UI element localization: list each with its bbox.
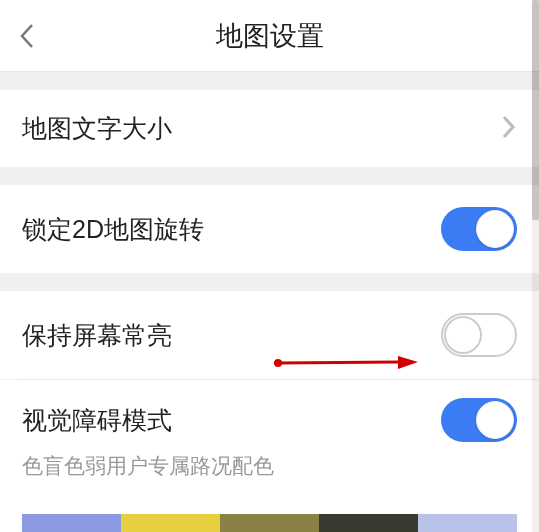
toggle-lock-2d[interactable]	[441, 207, 517, 251]
toggle-knob	[476, 401, 514, 439]
toggle-visual-mode[interactable]	[441, 398, 517, 442]
scrollbar-thumb[interactable]	[532, 0, 539, 220]
back-button[interactable]	[12, 20, 44, 52]
row-keep-screen-on: 保持屏幕常亮	[0, 291, 539, 379]
scrollbar[interactable]	[532, 0, 539, 532]
toggle-knob	[476, 210, 514, 248]
row-map-text-size[interactable]: 地图文字大小	[0, 90, 539, 167]
row-label: 视觉障碍模式	[22, 404, 441, 437]
row-lock-2d-rotation: 锁定2D地图旋转	[0, 185, 539, 273]
row-label: 地图文字大小	[22, 112, 501, 145]
legend-color-bar	[22, 514, 517, 532]
row-subtitle: 色盲色弱用户专属路况配色	[22, 452, 517, 480]
row-label: 锁定2D地图旋转	[22, 213, 441, 246]
page-title: 地图设置	[0, 18, 539, 54]
toggle-keep-awake[interactable]	[441, 313, 517, 357]
toggle-knob	[444, 316, 482, 354]
row-visual-impairment-mode: 视觉障碍模式 色盲色弱用户专属路况配色	[0, 380, 539, 500]
chevron-right-icon	[501, 114, 517, 144]
traffic-legend: 畅通 缓行 拥堵 重度拥堵	[0, 500, 539, 532]
chevron-left-icon	[18, 22, 38, 50]
row-label: 保持屏幕常亮	[22, 319, 441, 352]
